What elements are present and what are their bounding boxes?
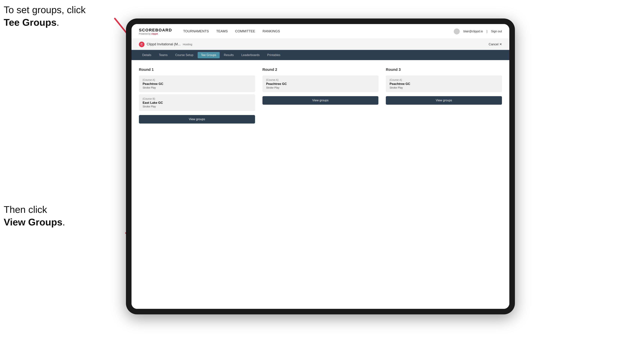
pipe-separator: |	[486, 30, 487, 33]
round-1-course-a-card: (Course A) Peachtree GC Stroke Play	[139, 75, 255, 92]
tablet-screen: SCOREBOARD Powered by clippit TOURNAMENT…	[132, 24, 509, 309]
logo-text: SCOREBOARD	[139, 28, 172, 32]
round-1-column: Round 1 (Course A) Peachtree GC Stroke P…	[139, 67, 255, 124]
round-1-course-b-label: (Course B)	[142, 97, 251, 100]
main-content: Round 1 (Course A) Peachtree GC Stroke P…	[132, 60, 509, 309]
round-1-course-b-name: East Lake GC	[142, 101, 251, 105]
rounds-grid: Round 1 (Course A) Peachtree GC Stroke P…	[139, 67, 502, 124]
instruction-bottom-line1: Then click	[4, 204, 47, 215]
logo-area: SCOREBOARD Powered by clippit	[139, 28, 172, 35]
round-2-course-a-format: Stroke Play	[266, 86, 375, 89]
tab-leaderboards[interactable]: Leaderboards	[238, 52, 263, 58]
instruction-bottom: Then click View Groups.	[4, 203, 65, 228]
round-1-course-a-name: Peachtree GC	[142, 82, 251, 86]
instruction-top-line1: To set groups, click	[4, 4, 86, 15]
round-3-title: Round 3	[386, 67, 502, 72]
round-3-course-a-card: (Course A) Peachtree GC Stroke Play	[386, 75, 502, 92]
tournament-status: Hosting	[183, 43, 192, 46]
avatar	[454, 28, 460, 34]
user-email: blair@clippd.io	[464, 30, 483, 33]
tab-details[interactable]: Details	[139, 52, 155, 58]
sub-nav: Details Teams Course Setup Tee Groups Re…	[132, 50, 509, 60]
round-2-title: Round 2	[262, 67, 378, 72]
tab-course-setup[interactable]: Course Setup	[172, 52, 197, 58]
round-2-column: Round 2 (Course A) Peachtree GC Stroke P…	[262, 67, 378, 124]
round-3-view-groups-button[interactable]: View groups	[386, 96, 502, 105]
nav-links: TOURNAMENTS TEAMS COMMITTEE RANKINGS	[183, 28, 280, 34]
tablet: SCOREBOARD Powered by clippit TOURNAMENT…	[126, 18, 515, 314]
tournament-name: Clippd Invitational (M...	[147, 42, 180, 46]
round-1-course-b-format: Stroke Play	[142, 105, 251, 108]
tab-results[interactable]: Results	[220, 52, 237, 58]
round-3-course-a-label: (Course A)	[390, 78, 498, 81]
round-1-title: Round 1	[139, 67, 255, 72]
top-nav: SCOREBOARD Powered by clippit TOURNAMENT…	[132, 24, 509, 39]
tournament-info: C Clippd Invitational (M... Hosting	[139, 42, 192, 47]
tab-tee-groups[interactable]: Tee Groups	[198, 52, 220, 58]
instruction-bottom-line2: View Groups	[4, 217, 62, 227]
cancel-button[interactable]: Cancel ✕	[488, 42, 502, 46]
round-2-course-a-card: (Course A) Peachtree GC Stroke Play	[262, 75, 378, 92]
nav-rankings[interactable]: RANKINGS	[263, 28, 280, 34]
nav-left: SCOREBOARD Powered by clippit TOURNAMENT…	[139, 28, 280, 35]
round-3-course-a-name: Peachtree GC	[390, 82, 498, 86]
round-3-course-a-format: Stroke Play	[390, 86, 498, 89]
round-1-course-b-card: (Course B) East Lake GC Stroke Play	[139, 94, 255, 111]
nav-teams[interactable]: TEAMS	[216, 28, 228, 34]
tournament-header: C Clippd Invitational (M... Hosting Canc…	[132, 39, 509, 50]
round-2-course-a-name: Peachtree GC	[266, 82, 375, 86]
round-1-view-groups-button[interactable]: View groups	[139, 115, 255, 124]
round-2-view-groups-button[interactable]: View groups	[262, 96, 378, 105]
round-3-column: Round 3 (Course A) Peachtree GC Stroke P…	[386, 67, 502, 124]
round-1-course-a-format: Stroke Play	[142, 86, 251, 89]
tournament-logo: C	[139, 42, 144, 47]
instruction-top: To set groups, click Tee Groups.	[4, 4, 86, 29]
tab-teams[interactable]: Teams	[156, 52, 171, 58]
tab-printables[interactable]: Printables	[264, 52, 284, 58]
logo-sub: Powered by clippit	[139, 32, 172, 35]
round-1-course-a-label: (Course A)	[142, 78, 251, 81]
round-2-course-a-label: (Course A)	[266, 78, 375, 81]
instruction-top-line2: Tee Groups	[4, 17, 56, 28]
nav-right: blair@clippd.io | Sign out	[454, 28, 502, 34]
nav-tournaments[interactable]: TOURNAMENTS	[183, 28, 209, 34]
sign-out-link[interactable]: Sign out	[491, 30, 502, 33]
nav-committee[interactable]: COMMITTEE	[235, 28, 255, 34]
